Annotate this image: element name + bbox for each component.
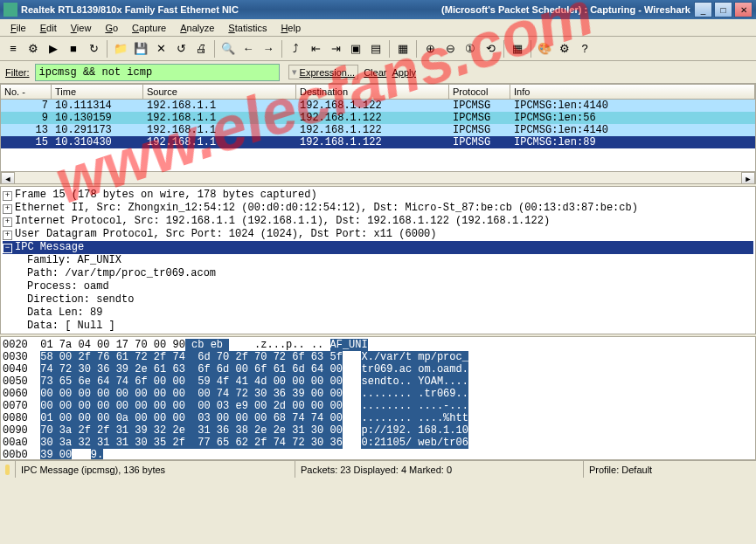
column-source[interactable]: Source [143, 85, 296, 99]
go-first-icon[interactable]: ⇤ [306, 39, 325, 59]
tree-ip[interactable]: +Internet Protocol, Src: 192.168.1.1 (19… [3, 215, 753, 228]
tree-frame[interactable]: +Frame 15 (178 bytes on wire, 178 bytes … [3, 189, 753, 202]
go-last-icon[interactable]: ⇥ [326, 39, 345, 59]
packet-row[interactable]: 710.111314192.168.1.1192.168.1.122IPCMSG… [1, 100, 755, 112]
column-info[interactable]: Info [510, 85, 755, 99]
hex-line[interactable]: 00a0 30 3a 32 31 31 30 35 2f 77 65 62 2f… [3, 437, 753, 449]
hex-dump-panel[interactable]: 0020 01 7a 04 00 17 70 00 90 cb eb .z...… [0, 336, 756, 460]
print-icon[interactable]: 🖨 [191, 39, 211, 59]
close-icon[interactable]: ✕ [151, 39, 170, 59]
menu-capture[interactable]: Capture [125, 21, 173, 35]
hex-line[interactable]: 0090 70 3a 2f 2f 31 39 32 2e 31 36 38 2e… [3, 424, 753, 437]
cell-time: 10.310430 [52, 136, 143, 148]
expand-icon[interactable]: + [3, 231, 12, 240]
cell-dst: 192.168.1.122 [296, 136, 449, 148]
cell-info: IPCMSG:len:89 [510, 136, 755, 148]
menu-go[interactable]: Go [98, 21, 125, 35]
tree-direction[interactable]: Direction: sendto [3, 293, 753, 306]
zoom-in-icon[interactable]: ⊕ [420, 39, 440, 59]
clear-button[interactable]: Clear [364, 67, 386, 78]
menu-edit[interactable]: Edit [33, 21, 64, 35]
menu-file[interactable]: File [3, 21, 33, 35]
tree-ipc[interactable]: −IPC Message [3, 241, 753, 254]
help-icon[interactable]: ? [575, 39, 594, 59]
tree-family[interactable]: Family: AF_UNIX [3, 254, 753, 267]
packet-list-panel: No. - Time Source Destination Protocol I… [0, 84, 756, 184]
cell-dst: 192.168.1.122 [296, 100, 449, 112]
find-icon[interactable]: 🔍 [218, 39, 238, 59]
go-forward-icon[interactable]: → [259, 39, 278, 59]
restart-capture-icon[interactable]: ↻ [84, 39, 103, 59]
hex-line[interactable]: 0040 74 72 30 36 39 2e 61 63 6f 6d 00 6f… [3, 363, 753, 375]
hex-line[interactable]: 0070 00 00 00 00 00 00 00 00 00 03 e9 00… [3, 400, 753, 412]
toolbar-separator [214, 40, 215, 58]
resize-icon[interactable]: ⟲ [481, 39, 500, 59]
cell-no: 13 [1, 124, 52, 136]
capture-options-icon[interactable]: ⚙ [24, 39, 43, 59]
zoom-out-icon[interactable]: ⊖ [440, 39, 460, 59]
start-capture-icon[interactable]: ▶ [44, 39, 63, 59]
column-no[interactable]: No. - [1, 85, 52, 99]
expand-icon[interactable]: + [3, 217, 12, 227]
column-destination[interactable]: Destination [296, 85, 449, 99]
hex-line[interactable]: 0080 01 00 00 00 0a 00 00 00 03 00 00 00… [3, 412, 753, 424]
packet-row[interactable]: 910.130159192.168.1.1192.168.1.122IPCMSG… [1, 112, 755, 124]
jump-icon[interactable]: ⤴ [286, 39, 305, 59]
hex-line[interactable]: 0030 58 00 2f 76 61 72 2f 74 6d 70 2f 70… [3, 351, 753, 363]
hex-line[interactable]: 0020 01 7a 04 00 17 70 00 90 cb eb .z...… [3, 339, 753, 351]
expand-icon[interactable]: + [3, 204, 12, 214]
zoom-reset-icon[interactable]: ① [461, 39, 480, 59]
color-rules-icon[interactable]: 🎨 [535, 39, 554, 59]
scroll-left-icon[interactable]: ◄ [1, 172, 15, 184]
go-back-icon[interactable]: ← [239, 39, 258, 59]
main-toolbar: ≡⚙▶■↻📁💾✕↺🖨🔍←→⤴⇤⇥▣▤▦⊕⊖①⟲▦🎨⚙? [0, 37, 756, 61]
menu-view[interactable]: View [64, 21, 99, 35]
filter-input[interactable] [35, 64, 280, 81]
tree-ethernet[interactable]: +Ethernet II, Src: Zhongxin_12:54:12 (00… [3, 202, 753, 215]
tree-path[interactable]: Path: /var/tmp/proc_tr069.acom [3, 267, 753, 280]
column-time[interactable]: Time [52, 85, 143, 99]
colorize-icon[interactable]: ▣ [346, 39, 365, 59]
packet-list-header: No. - Time Source Destination Protocol I… [1, 85, 755, 100]
auto-scroll-icon[interactable]: ▤ [366, 39, 385, 59]
packet-row[interactable]: 1510.310430192.168.1.1192.168.1.122IPCMS… [1, 136, 755, 148]
tree-process[interactable]: Process: oamd [3, 280, 753, 293]
filter-icon[interactable]: ▦ [508, 39, 527, 59]
open-file-icon[interactable]: 📁 [111, 39, 130, 59]
packet-list-scrollbar[interactable]: ◄ ► [1, 171, 755, 184]
hex-line[interactable]: 00b0 39 00 9. [3, 449, 753, 460]
packet-details-panel[interactable]: +Frame 15 (178 bytes on wire, 178 bytes … [0, 186, 756, 334]
toolbar-separator [281, 40, 282, 58]
cell-src: 192.168.1.1 [143, 124, 296, 136]
tree-datalen[interactable]: Data Len: 89 [3, 306, 753, 320]
column-protocol[interactable]: Protocol [449, 85, 510, 99]
save-file-icon[interactable]: 💾 [131, 39, 150, 59]
expression-button[interactable]: ▾ Expression... [288, 65, 359, 79]
prefs-icon[interactable]: ⚙ [555, 39, 574, 59]
cell-time: 10.111314 [52, 100, 143, 112]
hex-line[interactable]: 0060 00 00 00 00 00 00 00 00 00 74 72 30… [3, 388, 753, 400]
window-title-right: (Microsoft's Packet Scheduler) : Capturi… [441, 4, 690, 15]
resize-columns-icon[interactable]: ▦ [393, 39, 413, 59]
maximize-button[interactable]: □ [714, 2, 732, 17]
close-button[interactable]: ✕ [734, 2, 753, 17]
apply-button[interactable]: Apply [392, 67, 416, 78]
tree-udp[interactable]: +User Datagram Protocol, Src Port: 1024 … [3, 228, 753, 241]
hex-line[interactable]: 0050 73 65 6e 64 74 6f 00 00 59 4f 41 4d… [3, 375, 753, 388]
reload-icon[interactable]: ↺ [171, 39, 191, 59]
scroll-right-icon[interactable]: ► [741, 172, 755, 184]
packet-row[interactable]: 1310.291173192.168.1.1192.168.1.122IPCMS… [1, 124, 755, 136]
filter-label: Filter: [5, 67, 30, 78]
menu-help[interactable]: Help [274, 21, 308, 35]
menu-analyze[interactable]: Analyze [173, 21, 221, 35]
expand-icon[interactable]: + [3, 191, 12, 201]
cell-dst: 192.168.1.122 [296, 112, 449, 124]
collapse-icon[interactable]: − [3, 244, 12, 253]
tree-data[interactable]: Data: [ Null ] [3, 320, 753, 333]
cell-time: 10.291173 [52, 124, 143, 136]
stop-capture-icon[interactable]: ■ [64, 39, 83, 59]
menu-statistics[interactable]: Statistics [221, 21, 274, 35]
cell-proto: IPCMSG [449, 100, 510, 112]
minimize-button[interactable]: _ [694, 2, 712, 17]
list-icon[interactable]: ≡ [3, 39, 23, 59]
